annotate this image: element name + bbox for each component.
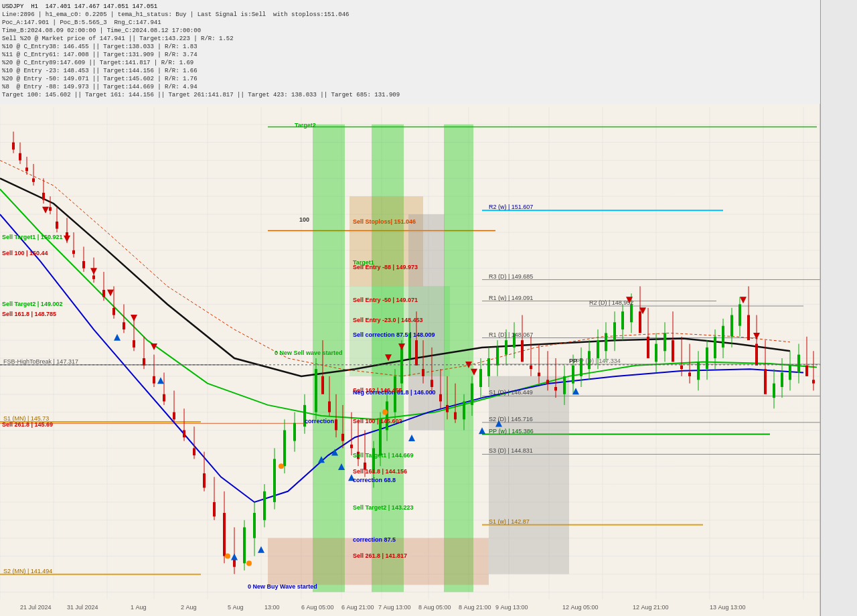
chart-container — [0, 0, 857, 616]
price-chart — [0, 0, 857, 616]
price-scale — [820, 0, 857, 616]
